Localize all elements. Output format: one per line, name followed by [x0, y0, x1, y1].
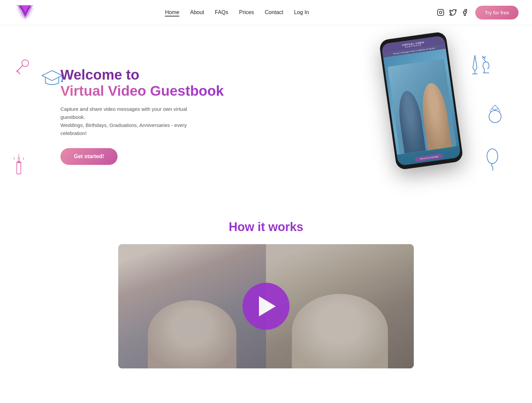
- hero-title-line1: Welcome to: [60, 67, 139, 83]
- hero-content: Welcome to Virtual Video Guestbook Captu…: [60, 67, 224, 165]
- instagram-icon[interactable]: [437, 9, 444, 16]
- play-circle: [242, 283, 290, 330]
- navbar: Home About FAQs Prices Contact Log In: [0, 0, 532, 25]
- svg-rect-6: [438, 9, 444, 15]
- balloon-icon: [485, 146, 500, 174]
- svg-point-23: [489, 110, 501, 123]
- nav-right: Try for free: [437, 6, 519, 19]
- get-started-button[interactable]: Get started!: [60, 148, 118, 165]
- hero-title-line2: Virtual Video Guestbook: [60, 83, 224, 99]
- nav-item-about[interactable]: About: [190, 9, 204, 15]
- phone-outer: VIRTUAL VIDEO GUESTBOOK Record a message…: [379, 31, 463, 170]
- play-button[interactable]: [242, 283, 290, 330]
- svg-rect-15: [17, 162, 21, 174]
- svg-point-8: [442, 10, 443, 11]
- logo[interactable]: [13, 3, 37, 22]
- hero-section: Welcome to Virtual Video Guestbook Captu…: [0, 25, 532, 200]
- play-triangle-icon: [259, 296, 276, 316]
- svg-line-14: [17, 71, 20, 74]
- nav-item-contact[interactable]: Contact: [265, 9, 283, 15]
- how-it-works-section: How it works: [0, 200, 532, 368]
- try-for-free-button[interactable]: Try for free: [475, 6, 519, 19]
- champagne-icon: [465, 52, 492, 80]
- nav-item-faqs[interactable]: FAQs: [215, 9, 228, 15]
- nav-item-login[interactable]: Log In: [294, 9, 309, 15]
- candle-icon: [13, 153, 25, 178]
- video-section[interactable]: [118, 244, 414, 368]
- nav-links: Home About FAQs Prices Contact Log In: [165, 9, 309, 15]
- nav-item-home[interactable]: Home: [165, 9, 179, 15]
- svg-line-17: [14, 158, 14, 160]
- ring-icon: [485, 102, 505, 126]
- phone-screen: VIRTUAL VIDEO GUESTBOOK Record a message…: [381, 36, 461, 166]
- phone-mockup: VIRTUAL VIDEO GUESTBOOK Record a message…: [388, 35, 455, 166]
- svg-point-24: [487, 149, 498, 164]
- svg-point-7: [440, 11, 442, 13]
- social-icons: [437, 9, 469, 16]
- svg-line-18: [23, 158, 24, 160]
- hero-title: Welcome to Virtual Video Guestbook: [60, 67, 224, 99]
- hero-subtitle: Capture and share video messages with yo…: [60, 105, 205, 137]
- how-it-works-title: How it works: [7, 220, 525, 234]
- facebook-icon[interactable]: [461, 9, 469, 16]
- pingpong-icon: [15, 57, 34, 77]
- twitter-icon[interactable]: [449, 9, 456, 16]
- nav-item-prices[interactable]: Prices: [239, 9, 254, 15]
